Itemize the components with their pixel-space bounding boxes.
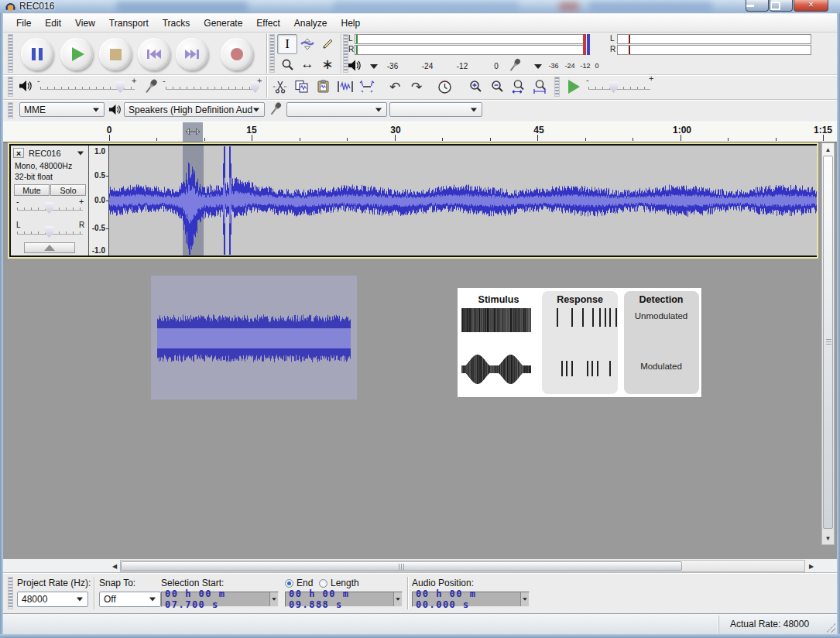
multi-tool-button[interactable]: ∗ [317, 54, 338, 74]
response-spike [566, 361, 567, 376]
menu-tracks[interactable]: Tracks [156, 16, 197, 30]
gain-slider-thumb[interactable] [45, 202, 53, 214]
scrollbar-grip [399, 564, 406, 570]
cut-button[interactable] [270, 77, 290, 96]
menu-analyze[interactable]: Analyze [287, 16, 334, 30]
end-radio-label[interactable]: End [297, 578, 313, 588]
recording-meter-dropdown[interactable] [529, 60, 547, 73]
menu-transport[interactable]: Transport [102, 16, 156, 30]
audio-host-dropdown[interactable]: MME [19, 102, 105, 117]
toolbar-separator [94, 577, 94, 609]
copy-button[interactable] [292, 77, 312, 96]
transport-toolbar-grabber[interactable] [8, 34, 13, 73]
recording-meter-bar-left[interactable] [617, 34, 811, 44]
menu-edit[interactable]: Edit [38, 16, 68, 30]
field-dropdown[interactable] [520, 592, 529, 606]
playback-meter-bar-left[interactable] [355, 34, 585, 44]
vertical-scrollbar[interactable]: ▲ ▼ [821, 142, 835, 545]
device-toolbar-grabber[interactable] [8, 102, 13, 118]
recording-device-dropdown[interactable] [286, 102, 387, 117]
scroll-left-arrow[interactable]: ◀ [109, 560, 120, 572]
track-close-button[interactable]: × [13, 148, 24, 158]
play-icon [72, 47, 84, 61]
waveform[interactable] [109, 146, 817, 256]
recording-meter-bar-right[interactable] [617, 45, 811, 55]
paste-button[interactable] [314, 77, 334, 96]
response-spike [571, 308, 573, 327]
titlebar[interactable]: REC016 × [0, 0, 840, 13]
response-spike [587, 361, 588, 376]
envelope-tool-button[interactable] [297, 34, 317, 54]
scroll-right-arrow[interactable]: ▶ [806, 560, 817, 572]
horizontal-scrollbar-thumb[interactable] [121, 561, 682, 571]
draw-tool-button[interactable] [317, 34, 338, 54]
solo-button[interactable]: Solo [50, 184, 86, 196]
fit-project-button[interactable] [530, 77, 550, 96]
horizontal-scrollbar[interactable] [120, 560, 805, 572]
undo-button[interactable]: ↶ [385, 77, 405, 96]
timeline-ruler[interactable]: 0 15 30 45 1:00 1:15 [3, 122, 837, 142]
menu-help[interactable]: Help [334, 16, 368, 30]
time-shift-tool-button[interactable]: ↔ [297, 54, 317, 74]
pan-slider-thumb[interactable] [45, 226, 53, 238]
scroll-up-arrow[interactable]: ▲ [822, 145, 834, 154]
playback-device-dropdown[interactable]: Speakers (High Definition Audio [124, 102, 265, 117]
selection-tool-button[interactable]: I [277, 34, 297, 54]
play-speed-slider[interactable] [588, 87, 650, 90]
skip-to-start-button[interactable] [138, 38, 170, 70]
sync-lock-button[interactable] [434, 77, 454, 96]
play-button[interactable] [60, 38, 93, 70]
gain-max-label: + [79, 197, 84, 206]
record-button[interactable] [221, 38, 253, 70]
length-radio-label[interactable]: Length [331, 578, 359, 588]
menu-view[interactable]: View [68, 16, 102, 30]
playback-meter-dropdown[interactable] [365, 60, 383, 73]
silence-audio-button[interactable] [357, 77, 377, 96]
menu-generate[interactable]: Generate [197, 16, 249, 30]
mute-button[interactable]: Mute [14, 184, 50, 196]
mixer-toolbar-grabber[interactable] [8, 77, 13, 97]
play-at-speed-button[interactable] [563, 77, 585, 96]
minimize-button[interactable] [746, 0, 769, 12]
skip-to-end-button[interactable] [176, 38, 208, 70]
trim-audio-button[interactable] [335, 77, 355, 96]
input-volume-slider[interactable] [166, 87, 257, 90]
end-radio[interactable] [285, 579, 293, 588]
resize-grip[interactable] [826, 623, 835, 633]
menu-effect[interactable]: Effect [249, 16, 286, 30]
track-title-menu[interactable]: REC016 [26, 148, 87, 158]
ruler-05: 0.5 [94, 171, 105, 180]
zoom-tool-button[interactable] [277, 54, 297, 74]
zoom-out-button[interactable] [487, 77, 507, 96]
track-format: Mono, 48000Hz [15, 161, 72, 170]
track-area[interactable]: × REC016 Mono, 48000Hz 32-bit float Mute… [3, 142, 837, 559]
vertical-scrollbar-thumb[interactable] [823, 156, 833, 529]
maximize-button[interactable] [770, 0, 793, 12]
field-dropdown[interactable] [393, 592, 402, 606]
waveform-thumbnail-image [151, 276, 357, 400]
recording-scale--12: -12 [580, 62, 590, 70]
zoom-in-button[interactable] [465, 77, 485, 96]
selection-end-field[interactable]: 00 h 00 m 09.888 s [285, 592, 403, 607]
track-collapse-button[interactable] [24, 242, 75, 253]
stop-button[interactable] [99, 38, 132, 70]
close-button[interactable]: × [794, 0, 828, 12]
menu-file[interactable]: File [9, 16, 38, 30]
scroll-down-arrow[interactable]: ▼ [822, 533, 834, 543]
redo-button[interactable]: ↷ [406, 77, 427, 96]
snap-to-dropdown[interactable]: Off [99, 592, 161, 607]
field-dropdown[interactable] [269, 592, 278, 606]
fit-selection-button[interactable] [509, 77, 529, 96]
project-rate-dropdown[interactable]: 48000 [17, 592, 88, 607]
selection-toolbar-grabber[interactable] [8, 577, 13, 609]
recording-channels-dropdown[interactable] [389, 102, 482, 117]
play-at-speed-toolbar-grabber[interactable] [554, 77, 560, 97]
selection-start-field[interactable]: 00 h 00 m 07.700 s [161, 592, 279, 607]
playback-meter-bar-right[interactable] [355, 45, 585, 55]
audio-position-field[interactable]: 00 h 00 m 00.000 s [412, 592, 530, 607]
length-radio[interactable] [319, 579, 327, 588]
chevron-down-icon [253, 108, 259, 111]
tools-toolbar-grabber[interactable] [269, 34, 275, 73]
pause-button[interactable] [21, 38, 53, 70]
window-frame [0, 634, 840, 638]
